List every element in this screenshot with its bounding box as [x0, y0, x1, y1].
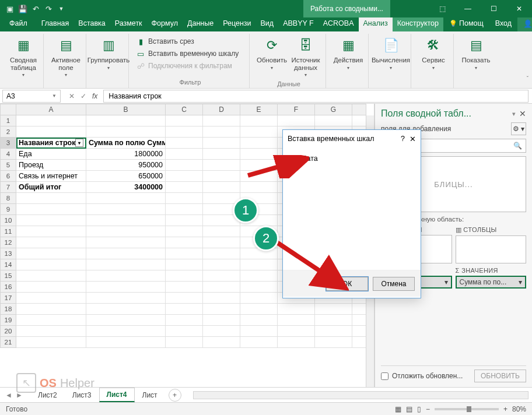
area-columns[interactable]: ▥ СТОЛБЦЫ [456, 226, 527, 263]
tab-review[interactable]: Рецензи [218, 17, 256, 31]
row-2[interactable]: 2 [0, 126, 16, 138]
tab-formulas[interactable]: Формул [147, 17, 183, 31]
change-source-button[interactable]: 🗄Источник данных▾ [289, 34, 322, 80]
show-button[interactable]: ▤Показать▾ [460, 34, 492, 73]
name-box[interactable]: A3▼ [2, 90, 61, 103]
zoom-out-icon[interactable]: − [426, 405, 430, 413]
pane-options-icon[interactable]: ▾ [512, 110, 516, 118]
defer-checkbox[interactable] [381, 372, 388, 380]
row-20[interactable]: 20 [0, 326, 16, 337]
insert-timeline-button[interactable]: ▭Вставить временную шкалу [135, 48, 246, 59]
refresh-button[interactable]: ⟳Обновить▾ [256, 34, 288, 80]
cell-A6[interactable]: Связь и интернет [16, 171, 86, 182]
sign-in[interactable]: Вход [489, 17, 517, 31]
cell-A5[interactable]: Проезд [16, 160, 86, 171]
update-button[interactable]: ОБНОВИТЬ [474, 370, 526, 382]
row-3[interactable]: 3 [0, 138, 16, 149]
select-all-corner[interactable] [0, 104, 16, 115]
tools-button[interactable]: 🛠Сервис▾ [417, 34, 450, 73]
zoom-slider[interactable] [435, 408, 499, 410]
ribbon-options-icon[interactable]: ⬚ [429, 0, 455, 17]
tab-abbyy[interactable]: ABBYY F [278, 17, 318, 31]
fx-icon[interactable]: fx [92, 92, 97, 100]
row-5[interactable]: 5 [0, 160, 16, 171]
cell-B5[interactable]: 950000 [86, 160, 166, 171]
calculations-button[interactable]: 📄Вычисления▾ [374, 34, 407, 73]
cell-A3[interactable]: Названия строк▾ [16, 138, 86, 149]
save-icon[interactable]: 💾 [16, 2, 29, 15]
tab-design[interactable]: Конструктор [393, 17, 443, 31]
col-C[interactable]: C [166, 104, 203, 115]
horizontal-scrollbar[interactable] [193, 391, 528, 399]
filter-connections-button[interactable]: ☍Подключения к фильтрам [135, 61, 246, 71]
tab-file[interactable]: Файл [0, 17, 37, 31]
sheet-nav-left-icon[interactable]: ◄ [4, 391, 14, 399]
col-E[interactable]: E [240, 104, 278, 115]
dialog-help-icon[interactable]: ? [401, 135, 405, 143]
view-break-icon[interactable]: ▯ [417, 405, 421, 413]
pivot-table-button[interactable]: ▦ Сводная таблица▾ [7, 34, 40, 80]
cancel-formula-icon[interactable]: ✕ [69, 92, 75, 100]
view-normal-icon[interactable]: ▦ [395, 405, 401, 413]
tab-analyze[interactable]: Анализ [359, 17, 393, 31]
row-13[interactable]: 13 [0, 248, 16, 259]
tab-view[interactable]: Вид [256, 17, 279, 31]
row-8[interactable]: 8 [0, 193, 16, 204]
minimize-icon[interactable]: — [455, 0, 481, 17]
row-10[interactable]: 10 [0, 215, 16, 226]
col-B[interactable]: B [86, 104, 166, 115]
collapse-ribbon-icon[interactable]: ˇ [527, 76, 528, 82]
cell-B3[interactable]: Сумма по полю Сумма [86, 138, 166, 149]
filter-dropdown-icon[interactable]: ▾ [75, 139, 83, 147]
row-6[interactable]: 6 [0, 171, 16, 182]
row-12[interactable]: 12 [0, 237, 16, 248]
col-G[interactable]: G [315, 104, 352, 115]
view-page-icon[interactable]: ▤ [406, 405, 412, 413]
col-A[interactable]: A [16, 104, 86, 115]
maximize-icon[interactable]: ☐ [481, 0, 506, 17]
formula-input[interactable]: Названия строк [103, 90, 528, 103]
new-sheet-button[interactable]: + [169, 389, 181, 402]
tell-me[interactable]: Помощ [443, 17, 489, 31]
active-field-button[interactable]: ▤ Активное поле▾ [50, 34, 82, 80]
tab-layout[interactable]: Разметк [110, 17, 147, 31]
gear-icon[interactable]: ⚙ ▾ [511, 122, 526, 135]
tab-acrobat[interactable]: ACROBA [318, 17, 359, 31]
cell-B4[interactable]: 1800000 [86, 149, 166, 160]
cell-B7[interactable]: 3400000 [86, 182, 166, 193]
qat-dropdown-icon[interactable]: ▼ [55, 2, 68, 15]
tab-home[interactable]: Главная [37, 17, 74, 31]
area-values[interactable]: Σ ЗНАЧЕНИЯ Сумма по по...▾ [456, 267, 527, 301]
zoom-in-icon[interactable]: + [503, 405, 508, 413]
col-overflow[interactable] [352, 104, 366, 115]
close-icon[interactable]: ✕ [506, 0, 532, 17]
row-15[interactable]: 15 [0, 270, 16, 282]
row-9[interactable]: 9 [0, 204, 16, 215]
cell-B6[interactable]: 650000 [86, 171, 166, 182]
group-button[interactable]: ▥ Группировать▾ [92, 34, 125, 73]
share-button[interactable]: 👤 Общий доступ [517, 17, 532, 31]
undo-icon[interactable]: ↶ [29, 2, 42, 15]
pane-close-icon[interactable]: ✕ [519, 109, 526, 118]
dialog-cancel-button[interactable]: Отмена [373, 277, 415, 291]
redo-icon[interactable]: ↷ [42, 2, 55, 15]
row-18[interactable]: 18 [0, 304, 16, 315]
insert-slicer-button[interactable]: ▮Вставить срез [135, 36, 246, 47]
enter-formula-icon[interactable]: ✓ [80, 92, 86, 100]
col-F[interactable]: F [278, 104, 315, 115]
tab-insert[interactable]: Вставка [74, 17, 110, 31]
actions-button[interactable]: ▦Действия▾ [332, 34, 365, 73]
row-16[interactable]: 16 [0, 282, 16, 293]
sheet-tab-1[interactable]: Лист [135, 388, 165, 402]
row-7[interactable]: 7 [0, 182, 16, 193]
col-D[interactable]: D [203, 104, 240, 115]
row-21[interactable]: 21 [0, 337, 16, 348]
tab-data[interactable]: Данные [183, 17, 218, 31]
row-14[interactable]: 14 [0, 259, 16, 270]
cell-A7[interactable]: Общий итог [16, 182, 86, 193]
row-1[interactable]: 1 [0, 115, 16, 126]
cell-A4[interactable]: Еда [16, 149, 86, 160]
zoom-level[interactable]: 80% [512, 405, 526, 413]
row-17[interactable]: 17 [0, 293, 16, 304]
sheet-tab-4[interactable]: Лист4 [99, 388, 135, 402]
